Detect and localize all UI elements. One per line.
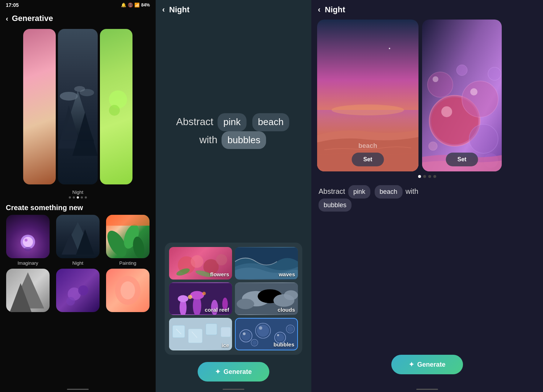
category-label-imaginary: Imaginary <box>17 260 38 266</box>
category-thumb-imaginary <box>6 215 50 258</box>
svg-point-11 <box>24 247 31 251</box>
prompt-tag-bubbles[interactable]: bubbles <box>222 131 266 149</box>
svg-point-71 <box>389 48 390 49</box>
grid-item-bubbles[interactable]: bubbles <box>235 318 298 350</box>
svg-point-35 <box>178 295 188 302</box>
grid-item-flowers[interactable]: flowers <box>169 247 232 280</box>
prompt-tag-pink[interactable]: pink <box>218 113 247 131</box>
pagination-dots <box>0 196 156 199</box>
p3-dot-1 <box>418 175 421 178</box>
p3-tag-pink[interactable]: pink <box>348 185 370 199</box>
category-item-night[interactable]: Night <box>54 215 101 266</box>
p2-back-button[interactable]: ‹ <box>162 5 165 14</box>
category-thumb-painting <box>106 215 150 258</box>
svg-point-83 <box>488 67 501 80</box>
prompt-connector: with <box>199 134 220 145</box>
scrollbar-p3 <box>416 389 438 390</box>
wallpaper-card-green[interactable] <box>100 29 132 184</box>
svg-point-58 <box>243 332 246 335</box>
svg-point-76 <box>441 106 452 117</box>
result-image-bubbles[interactable]: Set <box>422 20 502 171</box>
generate-label: Generate <box>223 368 252 376</box>
p3-pagination-dots <box>311 175 543 178</box>
category-grid-selector: flowers waves <box>165 243 302 355</box>
p3-prompt-display: Abstract pink beach with bubbles <box>311 182 543 215</box>
grid-item-waves[interactable]: waves <box>235 247 298 280</box>
p3-prompt-prefix: Abstract <box>319 187 347 195</box>
svg-point-66 <box>287 326 294 332</box>
category-thumb-purple <box>56 269 100 312</box>
category-label-painting: Painting <box>119 260 136 266</box>
grid-item-label-ice: ice <box>222 342 229 348</box>
spark-icon: ✦ <box>215 368 220 376</box>
grid-item-ice[interactable]: ice <box>169 318 232 350</box>
svg-point-5 <box>74 86 85 91</box>
svg-point-57 <box>241 331 251 341</box>
p3-generate-button[interactable]: ✦ Generate <box>391 355 463 374</box>
svg-point-27 <box>191 255 203 268</box>
result-image-beach[interactable]: beach Set <box>317 20 418 171</box>
wallpaper-preview-row <box>0 26 156 187</box>
dot-5 <box>85 196 87 199</box>
svg-point-47 <box>284 290 298 300</box>
svg-point-40 <box>188 295 192 299</box>
scrollbar <box>67 389 89 390</box>
grid-item-label-clouds: clouds <box>278 307 295 313</box>
svg-point-60 <box>257 325 269 337</box>
svg-point-79 <box>428 72 453 97</box>
svg-point-10 <box>25 239 28 242</box>
grid-item-label-waves: waves <box>279 271 295 277</box>
category-thumb-coral <box>106 269 150 312</box>
status-time: 17:05 <box>6 2 19 8</box>
status-bar: 17:05 🔔 📵 📶 84% <box>0 0 156 10</box>
category-item-coral[interactable] <box>104 269 151 314</box>
set-button-beach[interactable]: Set <box>352 153 384 166</box>
svg-point-9 <box>23 237 33 247</box>
wallpaper-card-night[interactable] <box>58 29 98 184</box>
p3-dot-4 <box>433 175 436 178</box>
p3-tag-beach[interactable]: beach <box>375 185 403 199</box>
svg-point-77 <box>462 81 498 117</box>
dot-1 <box>69 196 71 199</box>
dot-2 <box>73 196 75 199</box>
svg-point-3 <box>60 91 78 100</box>
panel-generative: 17:05 🔔 📵 📶 84% ‹ Generative <box>0 0 156 392</box>
category-label-night: Night <box>72 260 83 266</box>
set-button-bubbles[interactable]: Set <box>446 153 478 166</box>
category-item-imaginary[interactable]: Imaginary <box>4 215 51 266</box>
p3-connector: with <box>405 187 418 195</box>
p3-tag-bubbles[interactable]: bubbles <box>319 199 352 212</box>
svg-point-72 <box>332 105 404 115</box>
p3-generate-label: Generate <box>417 361 445 368</box>
svg-point-41 <box>202 292 206 295</box>
wallpaper-label: Night <box>0 189 156 195</box>
svg-point-84 <box>456 65 467 76</box>
section-title: Create something new <box>0 200 156 215</box>
grid-item-label-coral-reef: coral reef <box>205 307 229 313</box>
grid-item-coral-reef[interactable]: coral reef <box>169 282 232 315</box>
svg-point-22 <box>78 285 88 295</box>
generate-button[interactable]: ✦ Generate <box>198 362 269 382</box>
svg-point-29 <box>216 254 227 265</box>
grid-item-clouds[interactable]: clouds <box>235 282 298 315</box>
svg-point-81 <box>469 124 498 153</box>
category-thumb-night <box>56 215 100 258</box>
back-button[interactable]: ‹ <box>6 14 8 23</box>
wallpaper-card-pink[interactable] <box>23 29 56 184</box>
prompt-tag-beach[interactable]: beach <box>252 113 290 131</box>
results-images: beach Set <box>311 20 543 171</box>
category-item-painting[interactable]: Painting <box>104 215 151 266</box>
night-header: ‹ Night <box>156 0 311 20</box>
svg-point-23 <box>66 297 75 306</box>
grid-item-label-bubbles: bubbles <box>273 341 294 348</box>
p3-dot-3 <box>428 175 431 178</box>
category-item-purple[interactable] <box>54 269 101 314</box>
p2-page-title: Night <box>169 5 189 14</box>
p3-dot-2 <box>423 175 426 178</box>
panel-night-selector: ‹ Night Abstract pink beach with bubbles <box>156 0 311 392</box>
category-thumb-gray <box>6 269 50 312</box>
p3-back-button[interactable]: ‹ <box>318 5 320 14</box>
svg-point-80 <box>433 76 438 82</box>
svg-point-25 <box>121 281 135 299</box>
category-item-gray[interactable] <box>4 269 51 314</box>
